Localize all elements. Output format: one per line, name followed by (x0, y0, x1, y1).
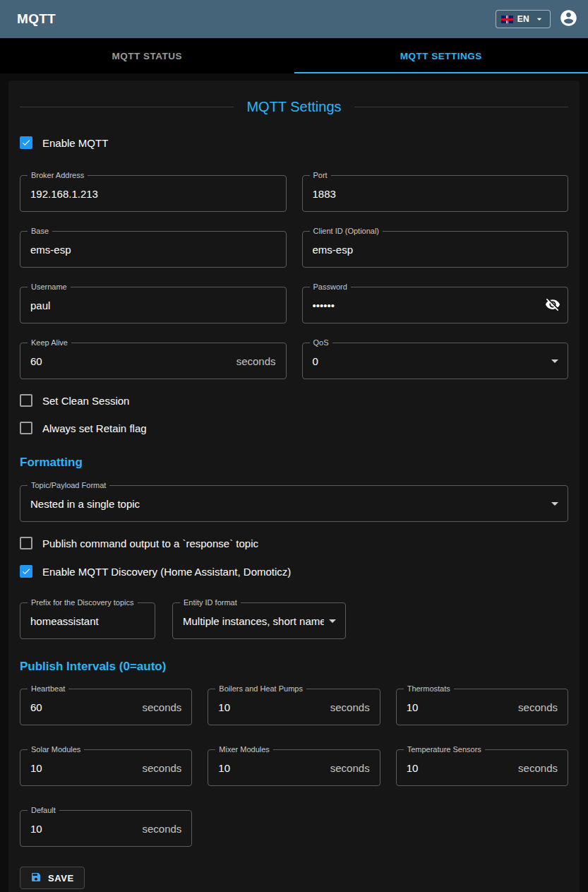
interval-temperature-label: Temperature Sensors (404, 745, 485, 754)
qos-select[interactable]: QoS 0 (302, 343, 569, 379)
language-selector-button[interactable]: EN (496, 10, 551, 28)
dropdown-arrow-icon (546, 352, 563, 369)
publish-intervals-grid: Heartbeat seconds Boilers and Heat Pumps… (20, 689, 568, 847)
password-input[interactable] (303, 287, 546, 323)
language-label: EN (517, 14, 529, 24)
save-icon (30, 872, 42, 885)
entity-id-format-value: Multiple instances, short name (173, 615, 324, 627)
visibility-off-icon (545, 297, 560, 314)
topic-format-select[interactable]: Topic/Payload Format Nested in a single … (20, 485, 568, 522)
clean-session-checkbox[interactable]: Set Clean Session (20, 393, 568, 408)
interval-thermostats-unit: seconds (518, 701, 568, 713)
enable-mqtt-label: Enable MQTT (42, 137, 108, 149)
interval-mixer-field: Mixer Modules seconds (208, 749, 380, 786)
formatting-heading: Formatting (20, 455, 568, 470)
checkbox-unchecked-icon (20, 422, 32, 434)
interval-mixer-unit: seconds (330, 762, 380, 774)
username-label: Username (28, 283, 71, 292)
interval-heartbeat-field: Heartbeat seconds (20, 689, 192, 725)
retain-flag-checkbox[interactable]: Always set Retain flag (20, 421, 568, 435)
interval-heartbeat-input[interactable] (20, 689, 142, 725)
topic-format-label: Topic/Payload Format (28, 481, 109, 490)
interval-mixer-label: Mixer Modules (215, 745, 273, 754)
client-id-label: Client ID (Optional) (310, 227, 383, 236)
interval-thermostats-field: Thermostats seconds (396, 689, 568, 725)
publish-response-label: Publish command output to a `response` t… (42, 537, 258, 549)
discovery-prefix-field: Prefix for the Discovery topics (20, 602, 155, 639)
broker-address-field: Broker Address (20, 175, 287, 212)
keep-alive-label: Keep Alive (28, 338, 71, 347)
app-title: MQTT (17, 11, 56, 27)
keep-alive-unit: seconds (236, 355, 286, 367)
username-field: Username (20, 287, 287, 323)
discovery-prefix-input[interactable] (20, 603, 155, 638)
interval-default-label: Default (28, 806, 59, 815)
port-input[interactable] (303, 176, 568, 211)
keep-alive-input[interactable] (20, 343, 236, 379)
interval-solar-label: Solar Modules (28, 745, 84, 754)
page-title: MQTT Settings (20, 97, 568, 116)
tab-mqtt-settings[interactable]: MQTT SETTINGS (294, 38, 588, 73)
base-label: Base (28, 227, 52, 236)
broker-address-label: Broker Address (28, 171, 88, 180)
password-label: Password (310, 283, 351, 292)
interval-temperature-field: Temperature Sensors seconds (396, 749, 568, 786)
base-input[interactable] (20, 232, 286, 267)
qos-label: QoS (310, 338, 332, 347)
client-id-input[interactable] (303, 232, 568, 267)
client-id-field: Client ID (Optional) (302, 231, 569, 268)
interval-boilers-field: Boilers and Heat Pumps seconds (208, 689, 380, 725)
port-field: Port (302, 175, 569, 212)
discovery-label: Enable MQTT Discovery (Home Assistant, D… (42, 566, 291, 578)
publish-response-checkbox[interactable]: Publish command output to a `response` t… (20, 536, 568, 550)
interval-default-unit: seconds (142, 823, 191, 835)
interval-solar-unit: seconds (142, 762, 191, 774)
enable-mqtt-checkbox[interactable]: Enable MQTT (20, 136, 568, 150)
retain-flag-label: Always set Retain flag (42, 422, 147, 434)
tab-bar: MQTT STATUS MQTT SETTINGS (0, 38, 588, 73)
entity-id-format-select[interactable]: Entity ID format Multiple instances, sho… (172, 602, 346, 639)
interval-boilers-input[interactable] (208, 689, 330, 725)
chevron-down-icon (534, 13, 545, 25)
checkbox-unchecked-icon (20, 537, 32, 549)
qos-value: 0 (303, 355, 547, 367)
discovery-fields: Prefix for the Discovery topics Entity I… (20, 602, 568, 639)
checkbox-unchecked-icon (20, 394, 32, 407)
uk-flag-icon (501, 16, 513, 23)
interval-boilers-unit: seconds (330, 701, 380, 713)
discovery-checkbox[interactable]: Enable MQTT Discovery (Home Assistant, D… (20, 564, 568, 578)
account-button[interactable] (559, 8, 578, 30)
password-field: Password (302, 287, 569, 323)
interval-heartbeat-unit: seconds (142, 701, 191, 713)
interval-heartbeat-label: Heartbeat (28, 684, 68, 694)
save-button[interactable]: SAVE (20, 867, 85, 889)
entity-id-format-label: Entity ID format (180, 598, 241, 607)
interval-mixer-input[interactable] (208, 750, 330, 785)
account-circle-icon (559, 8, 578, 30)
interval-thermostats-label: Thermostats (404, 684, 454, 694)
mqtt-settings-page: MQTT EN MQTT STATUS MQTT SETTINGS MQTT S… (0, 0, 588, 892)
interval-default-input[interactable] (20, 811, 142, 846)
interval-thermostats-input[interactable] (397, 689, 518, 725)
port-label: Port (310, 171, 331, 180)
keep-alive-field: Keep Alive seconds (20, 343, 287, 379)
tab-mqtt-status[interactable]: MQTT STATUS (0, 38, 294, 73)
interval-temperature-unit: seconds (518, 762, 568, 774)
app-bar-actions: EN (496, 8, 578, 30)
discovery-prefix-label: Prefix for the Discovery topics (28, 598, 138, 607)
settings-card: MQTT Settings Enable MQTT Broker Address… (8, 81, 580, 892)
username-input[interactable] (20, 287, 286, 323)
save-button-label: SAVE (48, 873, 74, 884)
interval-temperature-input[interactable] (397, 750, 518, 785)
checkbox-checked-icon (20, 565, 32, 578)
dropdown-arrow-icon (546, 495, 563, 512)
connection-fields: Broker Address Port Base Client ID (Opti… (20, 175, 568, 379)
broker-address-input[interactable] (20, 176, 286, 211)
base-field: Base (20, 231, 287, 268)
interval-solar-input[interactable] (20, 750, 142, 785)
interval-solar-field: Solar Modules seconds (20, 749, 192, 786)
password-visibility-toggle[interactable] (545, 297, 568, 314)
dropdown-arrow-icon (324, 612, 341, 629)
clean-session-label: Set Clean Session (42, 395, 129, 407)
checkbox-checked-icon (20, 136, 32, 149)
